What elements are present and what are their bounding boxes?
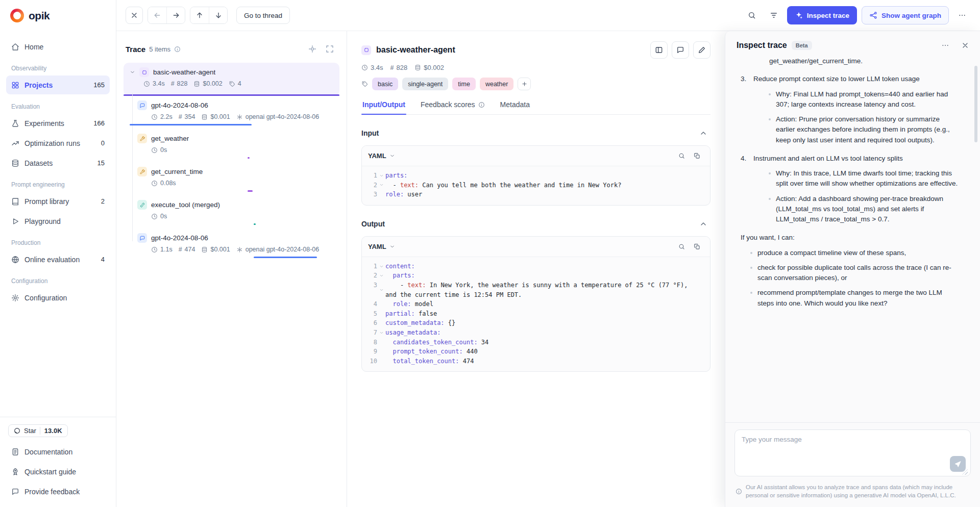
tag-weather[interactable]: weather <box>480 78 513 90</box>
span-duration-bar <box>248 157 250 159</box>
span-stat: 3.4s <box>143 80 165 87</box>
trace-span-gpt-4o-2024-08-06[interactable]: gpt-4o-2024-08-062.2s#354$0.001openai gp… <box>124 96 339 129</box>
send-icon <box>954 460 962 468</box>
fold-toggle-icon[interactable] <box>377 171 385 181</box>
tab-feedback-scores[interactable]: Feedback scores <box>420 100 486 114</box>
previous-trace-button[interactable] <box>148 7 166 23</box>
tag-time[interactable]: time <box>452 78 476 90</box>
fold-toggle-icon[interactable] <box>377 262 385 271</box>
send-message-button[interactable] <box>950 456 966 472</box>
inspect-more-button[interactable] <box>938 38 953 53</box>
ai-disclaimer-text: Our AI assistant allows you to analyze t… <box>746 483 970 500</box>
copy-output-button[interactable] <box>690 239 704 253</box>
sidebar-item-label: Prompt library <box>24 197 96 206</box>
assistant-message-area[interactable]: get_weather/get_current_time.3.Reduce pr… <box>725 59 980 422</box>
locate-span-button[interactable] <box>305 41 320 57</box>
message-input[interactable] <box>734 429 971 476</box>
sidebar-item-documentation[interactable]: Documentation <box>6 442 110 461</box>
span-stat: #474 <box>179 246 195 253</box>
sidebar-section-title: Configuration <box>11 277 105 285</box>
trace-span-get-current-time[interactable]: get_current_time0.08s <box>124 162 339 195</box>
sidebar-item-home[interactable]: Home <box>6 37 110 56</box>
line-number: 3 <box>362 281 377 299</box>
expand-all-button[interactable] <box>322 41 337 57</box>
tag-basic[interactable]: basic <box>372 78 398 90</box>
sidebar-item-datasets[interactable]: Datasets15 <box>6 154 110 172</box>
opik-logo[interactable]: opik <box>0 0 116 31</box>
sidebar-item-quickstart-guide[interactable]: Quickstart guide <box>6 462 110 481</box>
input-code-body[interactable]: 1parts:2 - text: Can you tell me both th… <box>362 166 710 205</box>
copy-input-button[interactable] <box>690 149 704 163</box>
sidebar-item-prompt-library[interactable]: Prompt library2 <box>6 192 110 211</box>
input-code-card: YAML 1parts:2 - text: Can you tell me bo… <box>361 145 710 206</box>
fold-toggle-icon[interactable] <box>377 271 385 281</box>
github-star-widget[interactable]: Star13.0K <box>6 423 110 441</box>
show-agent-graph-button[interactable]: Show agent graph <box>862 6 949 24</box>
span-duration-track <box>130 157 333 159</box>
trace-span-gpt-4o-2024-08-06[interactable]: gpt-4o-2024-08-061.1s#474$0.001openai gp… <box>124 229 339 262</box>
documentation-icon <box>11 448 19 456</box>
sidebar-item-online-evaluation[interactable]: Online evaluation4 <box>6 250 110 269</box>
sidebar-item-configuration[interactable]: Configuration <box>6 288 110 307</box>
fold-toggle-icon[interactable] <box>377 328 385 338</box>
span-duration-bar <box>254 257 317 258</box>
span-stat-value: $0.002 <box>203 80 222 87</box>
fold-spacer <box>377 318 385 328</box>
fold-toggle-icon[interactable] <box>377 181 385 190</box>
trace-span-execute-tool-merged[interactable]: execute_tool (merged)0s <box>124 195 339 229</box>
search-icon <box>678 153 685 159</box>
more-options-button[interactable] <box>953 7 971 24</box>
tab-input-output[interactable]: Input/Output <box>361 100 406 114</box>
tab-metadata[interactable]: Metadata <box>499 100 531 114</box>
more-options-icon <box>941 41 949 49</box>
chevron-up-icon <box>699 129 707 137</box>
sidebar-item-projects[interactable]: Projects165 <box>6 75 110 94</box>
inspect-trace-button[interactable]: Inspect trace <box>787 6 857 24</box>
next-trace-button[interactable] <box>166 7 185 23</box>
view-columns-button[interactable] <box>650 41 668 59</box>
collapse-output-button[interactable] <box>696 217 710 231</box>
span-name: basic-weather-agent <box>153 68 215 76</box>
trace-span-basic-weather-agent[interactable]: basic-weather-agent3.4s#828$0.0024 <box>124 63 339 96</box>
code-line: 3 - text: In New York, the weather is su… <box>362 281 705 299</box>
trace-span-get-weather[interactable]: get_weather0s <box>124 129 339 162</box>
previous-span-button[interactable] <box>190 7 209 23</box>
scrollbar-thumb[interactable] <box>974 66 977 142</box>
search-in-input-button[interactable] <box>674 149 689 163</box>
inspect-trace-panel: Inspect trace Beta get_weather/get_curre… <box>725 31 980 507</box>
collapse-input-button[interactable] <box>696 126 710 140</box>
span-stat: #828 <box>390 64 408 71</box>
sidebar-item-label: Projects <box>24 81 88 89</box>
comments-button[interactable] <box>672 41 689 59</box>
go-to-thread-button[interactable]: Go to thread <box>236 7 290 24</box>
span-stat-value: 1.1s <box>160 246 173 253</box>
assistant-numbered-item: 4.Instrument and alert on LLM vs tool la… <box>741 154 960 164</box>
output-format-select[interactable]: YAML <box>368 243 395 250</box>
sidebar-item-optimization-runs[interactable]: Optimization runs0 <box>6 134 110 153</box>
sidebar-item-count: 2 <box>101 197 105 205</box>
span-stat: 2.2s <box>151 113 173 120</box>
span-stat: $0.002 <box>193 80 222 87</box>
next-span-button[interactable] <box>209 7 227 23</box>
search-in-output-button[interactable] <box>674 239 689 253</box>
tags-icon <box>361 81 368 87</box>
comment-icon <box>676 46 684 54</box>
inspect-close-button[interactable] <box>958 38 973 53</box>
tag-single-agent[interactable]: single-agent <box>402 78 448 90</box>
search-button[interactable] <box>743 7 761 24</box>
sidebar-item-playground[interactable]: Playground <box>6 212 110 231</box>
output-title: Output <box>361 220 696 228</box>
output-code-body[interactable]: 1content:2 parts:3 - text: In New York, … <box>362 257 710 372</box>
detail-header: basic-weather-agent <box>361 41 710 59</box>
input-format-select[interactable]: YAML <box>368 152 395 160</box>
fold-toggle-icon[interactable] <box>377 281 385 299</box>
sidebar-item-experiments[interactable]: Experiments166 <box>6 114 110 133</box>
sidebar-item-provide-feedback[interactable]: Provide feedback <box>6 482 110 501</box>
filter-button[interactable] <box>765 7 782 24</box>
add-tag-button[interactable] <box>518 78 531 90</box>
output-section: Output YAML <box>361 217 710 372</box>
annotate-button[interactable] <box>693 41 710 59</box>
close-trace-button[interactable] <box>126 7 143 24</box>
input-title: Input <box>361 129 696 137</box>
link-span-icon <box>137 200 147 210</box>
